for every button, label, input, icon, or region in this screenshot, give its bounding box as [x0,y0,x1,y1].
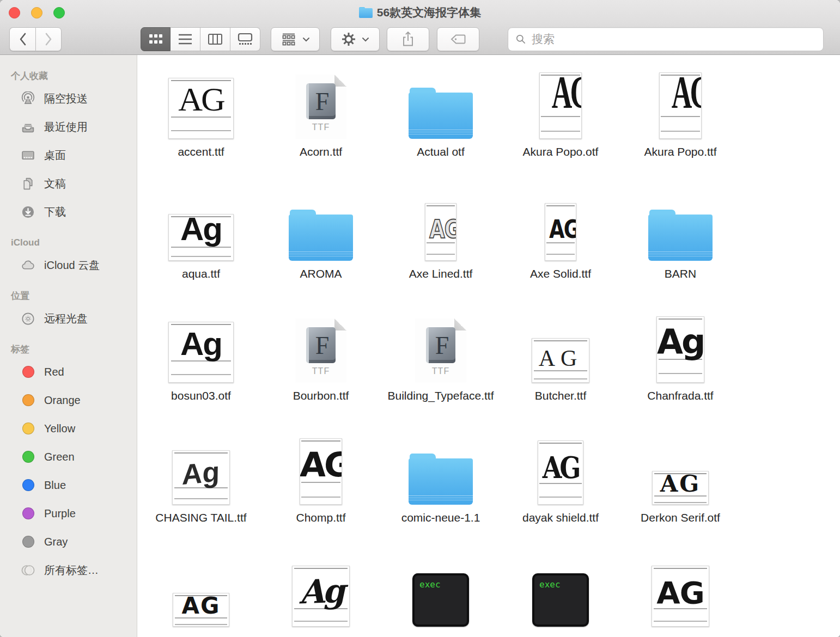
forward-button[interactable] [35,27,62,51]
folder-icon [409,454,473,505]
file-label: Akura Popo.ttf [644,144,716,159]
file-thumbnail[interactable]: AG [141,553,261,627]
sidebar-item--[interactable]: 最近使用 [0,113,137,141]
file-item-bosun03-otf[interactable]: Agbosun03.otf [141,309,261,431]
file-thumbnail[interactable]: AG [501,431,620,505]
file-thumbnail[interactable]: AG [620,65,740,139]
sidebar-item-red[interactable]: Red [0,358,137,386]
file-label: Building_Typeface.ttf [388,388,494,403]
file-thumbnail[interactable]: Ag [261,553,381,627]
folder-icon [648,210,713,261]
search-field[interactable] [508,27,824,51]
view-list-button[interactable] [171,27,200,51]
file-item-axe-solid-ttf[interactable]: AGAxe Solid.ttf [501,187,620,309]
file-item-butcher-ttf[interactable]: AGButcher.ttf [501,309,620,431]
titlebar[interactable]: 56款英文海报字体集 [0,0,840,24]
file-thumbnail[interactable]: AG [381,187,501,261]
file-item-comic-neue-1-1[interactable]: comic-neue-1.1 [381,431,501,553]
file-item-aroma[interactable]: AROMA [261,187,381,309]
sidebar-item--[interactable]: 桌面 [0,141,137,169]
file-item[interactable]: AG [620,553,740,637]
font-preview-thumbnail: AG [173,593,229,627]
back-button[interactable] [9,27,35,51]
file-item-chomp-ttf[interactable]: AGChomp.ttf [261,431,381,553]
file-thumbnail[interactable]: AG [501,65,620,139]
file-label: CHASING TAIL.ttf [155,510,246,525]
group-by-button[interactable] [271,27,320,51]
sidebar-item--[interactable]: 远程光盘 [0,304,137,333]
file-item[interactable]: Ag [261,553,381,637]
file-thumbnail[interactable]: FTTF [261,309,381,383]
file-thumbnail[interactable] [381,65,501,139]
file-grid: AGaccent.ttfFTTFAcorn.ttfActual otfAGAku… [138,55,840,637]
file-item-accent-ttf[interactable]: AGaccent.ttf [141,65,261,187]
sidebar-item--[interactable]: 文稿 [0,169,137,198]
file-thumbnail[interactable]: FTTF [381,309,501,383]
folder-proxy-icon[interactable] [359,7,373,18]
font-preview-thumbnail: AG [168,78,234,139]
search-input[interactable] [532,33,817,46]
sidebar-item-label: Blue [44,479,66,492]
file-item-derkon-serif-otf[interactable]: AGDerkon Serif.otf [620,431,740,553]
file-item-barn[interactable]: BARN [620,187,740,309]
action-button[interactable] [331,27,380,51]
sidebar-item-green[interactable]: Green [0,443,137,471]
file-thumbnail[interactable]: Ag [141,431,261,505]
file-thumbnail[interactable] [261,187,381,261]
exec-file-icon: exec [412,573,469,627]
file-thumbnail[interactable]: exec [501,553,620,627]
view-gallery-button[interactable] [230,27,260,51]
file-thumbnail[interactable]: Ag [141,309,261,383]
file-item-bourbon-ttf[interactable]: FTTFBourbon.ttf [261,309,381,431]
file-item[interactable]: AG [141,553,261,637]
file-item-axe-lined-ttf[interactable]: AGAxe Lined.ttf [381,187,501,309]
tag-icon [449,33,467,46]
view-columns-button[interactable] [200,27,230,51]
sidebar-item-gray[interactable]: Gray [0,528,137,556]
sidebar-section-title: iCloud [0,235,137,251]
file-item[interactable]: exec [381,553,501,637]
file-thumbnail[interactable] [381,431,501,505]
file-item-akura-popo-otf[interactable]: AGAkura Popo.otf [501,65,620,187]
sidebar-item-blue[interactable]: Blue [0,471,137,499]
preview-letters: AG [652,575,709,610]
file-item-acorn-ttf[interactable]: FTTFAcorn.ttf [261,65,381,187]
file-item-dayak-shield-ttf[interactable]: AGdayak shield.ttf [501,431,620,553]
file-thumbnail[interactable]: Ag [141,187,261,261]
exec-text: exec [539,579,561,590]
file-label: Axe Solid.ttf [530,266,591,281]
file-thumbnail[interactable]: AG [620,553,740,627]
file-item-akura-popo-ttf[interactable]: AGAkura Popo.ttf [620,65,740,187]
sidebar-item-label: 下载 [44,205,66,219]
file-thumbnail[interactable]: AG [261,431,381,505]
chevron-right-icon [43,32,54,47]
ttf-file-icon: FTTF [295,318,346,383]
file-item-chanfrada-ttf[interactable]: AgChanfrada.ttf [620,309,740,431]
file-item-actual-otf[interactable]: Actual otf [381,65,501,187]
sidebar-item--[interactable]: 下载 [0,198,137,226]
file-thumbnail[interactable]: AG [501,309,620,383]
file-item-chasing-tail-ttf[interactable]: AgCHASING TAIL.ttf [141,431,261,553]
file-thumbnail[interactable]: AG [501,187,620,261]
sidebar-item-label: Orange [44,394,81,407]
file-item[interactable]: exec [501,553,620,637]
sidebar-item-orange[interactable]: Orange [0,386,137,414]
sidebar-item-purple[interactable]: Purple [0,499,137,528]
file-thumbnail[interactable]: AG [620,431,740,505]
share-button[interactable] [387,27,429,51]
file-thumbnail[interactable]: exec [381,553,501,627]
file-thumbnail[interactable]: FTTF [261,65,381,139]
ttf-file-icon: FTTF [295,75,346,139]
view-grid-button[interactable] [141,27,171,51]
file-thumbnail[interactable] [620,187,740,261]
sidebar-item-icloud-[interactable]: iCloud 云盘 [0,251,137,279]
sidebar-item--[interactable]: 隔空投送 [0,84,137,113]
file-item-aqua-ttf[interactable]: Agaqua.ttf [141,187,261,309]
file-item-building_typeface-ttf[interactable]: FTTFBuilding_Typeface.ttf [381,309,501,431]
sidebar-item--[interactable]: 所有标签… [0,556,137,584]
file-thumbnail[interactable]: Ag [620,309,740,383]
file-label: Butcher.ttf [535,388,587,403]
sidebar-item-yellow[interactable]: Yellow [0,414,137,443]
file-thumbnail[interactable]: AG [141,65,261,139]
tag-button[interactable] [437,27,479,51]
